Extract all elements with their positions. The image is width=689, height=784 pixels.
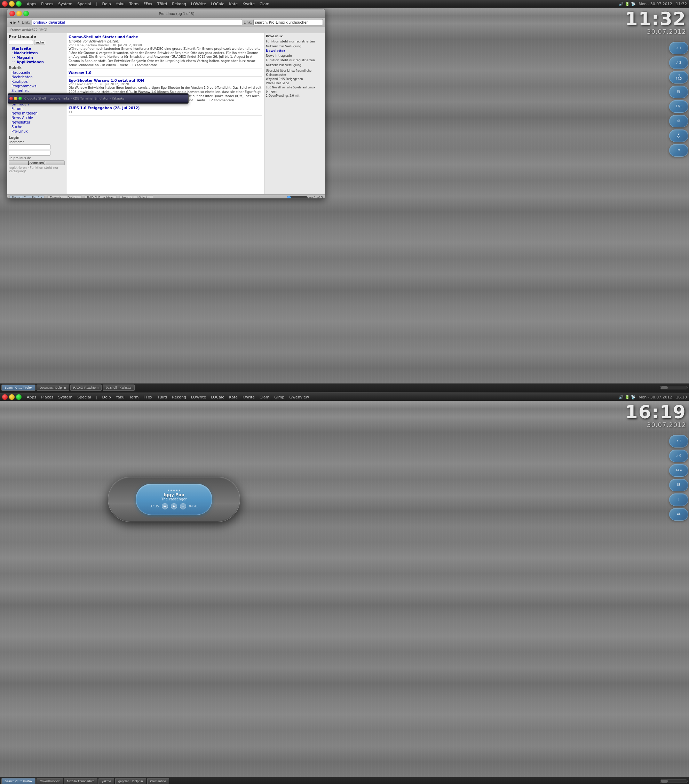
s2-menu-kwrite[interactable]: Kwrite [242, 395, 256, 400]
s2-menu-kate[interactable]: Kate [228, 395, 239, 400]
menu-special[interactable]: Special [76, 2, 92, 7]
login-button[interactable]: [ Anmelden ] [9, 160, 65, 165]
rubrik-forum[interactable]: Forum [9, 107, 65, 111]
tb-beshell[interactable]: be:shell - KWin:tar [103, 384, 135, 391]
nav-startseite[interactable]: Startseite [9, 46, 65, 51]
nav-applikationen[interactable]: · · Applikationen [9, 60, 65, 64]
username-input[interactable] [9, 145, 51, 149]
s2-side-btn-0[interactable]: ♪ 3 [669, 435, 688, 448]
s2-menu-dolp[interactable]: Dolp [101, 395, 112, 400]
menu-lowrite[interactable]: LOWrite [190, 2, 207, 7]
s2-menu-places[interactable]: Places [40, 395, 54, 400]
s2-side-btn-2[interactable]: 44.4 [669, 464, 688, 477]
menu-rekonq[interactable]: Rekonq [171, 2, 187, 7]
s2-tb-clementine[interactable]: Clementine [147, 778, 170, 784]
rubrik-sicherheit[interactable]: Sicherheit [9, 88, 65, 93]
s2-menu-apps[interactable]: Apps [26, 395, 37, 400]
menu-places[interactable]: Places [40, 2, 54, 7]
article-2-title[interactable]: Warsow 1.0 [69, 71, 262, 75]
side-btn-7[interactable]: ⊞ [669, 144, 688, 156]
side-btn-5[interactable]: 44 [669, 115, 688, 127]
status-tab-2[interactable]: RADIO-P::achtern [84, 195, 117, 199]
article-4-title[interactable]: CUPS 1.6 Freigegeben (28. Jul 2012) [69, 106, 262, 110]
s2-side-btn-5[interactable]: 44 [669, 508, 688, 520]
rubrik-suche[interactable]: Suche [9, 125, 65, 129]
menu-system[interactable]: System [57, 2, 73, 7]
close-btn-screen2[interactable] [2, 394, 8, 400]
nav-reload[interactable]: ↻ [17, 21, 20, 25]
menu-dolp[interactable]: Dolp [101, 2, 112, 7]
tb-radio[interactable]: RADIO-P::achtern [70, 384, 102, 391]
menu-apps[interactable]: Apps [26, 2, 37, 7]
browser-maximize[interactable] [23, 11, 29, 16]
search-bar[interactable]: search: Pro-Linux durchsuchen [253, 19, 323, 25]
nav-magazin[interactable]: · · Magazin [9, 55, 65, 60]
nav-back[interactable]: ◀ [9, 21, 12, 25]
s2-menu-yaku[interactable]: Yaku [115, 395, 125, 400]
side-btn-0[interactable]: ♪ 1 [669, 42, 688, 54]
rubrik-pro-linux[interactable]: Pro-Linux [9, 129, 65, 133]
site-search-input[interactable] [9, 40, 33, 45]
s2-tb-yakme[interactable]: yakme [99, 778, 114, 784]
player-next-btn[interactable]: ⏭ [180, 503, 186, 509]
url-bar[interactable]: prolinux.de/artikel [32, 19, 242, 25]
rubrik-news-archiv[interactable]: News-Archiv [9, 115, 65, 120]
side-btn-2[interactable]: ♫44.5 [669, 71, 688, 84]
s2-menu-system[interactable]: System [57, 395, 73, 400]
s2-tb-dolphin[interactable]: gepplar :: Dolphin [115, 778, 146, 784]
s2-menu-ffox[interactable]: FFox [142, 395, 153, 400]
side-btn-6[interactable]: ♪56 [669, 129, 688, 142]
s2-menu-localc[interactable]: LOCalc [210, 395, 225, 400]
s2-side-btn-3[interactable]: 88 [669, 479, 688, 491]
s2-side-btn-1[interactable]: ♪ 9 [669, 450, 688, 462]
menu-clam[interactable]: Clam [259, 2, 270, 7]
menu-kwrite[interactable]: Kwrite [242, 2, 256, 7]
rubrik-nachrichten[interactable]: Nachrichten [9, 75, 65, 79]
rubrik-newsletter[interactable]: Newsletter [9, 120, 65, 125]
browser-close[interactable] [9, 11, 15, 16]
s2-menu-special[interactable]: Special [76, 395, 92, 400]
minimize-btn-screen2[interactable] [9, 394, 15, 400]
tb-search-firefox[interactable]: Search C...:: Firefox [2, 384, 36, 391]
rubrik-programmews[interactable]: Programmews [9, 84, 65, 88]
status-tab-3[interactable]: be:shell - KWin:tar [119, 195, 153, 199]
nav-forward[interactable]: ▶ [13, 21, 16, 25]
article-3-title[interactable]: Ego-Shooter Warsow 1.0 setzt auf IQM [69, 79, 262, 82]
s2-menu-clam[interactable]: Clam [259, 395, 270, 400]
term-maximize[interactable] [18, 97, 22, 100]
menu-tbird[interactable]: TBird [156, 2, 168, 7]
status-tab-0[interactable]: Search C...:: Firefox [9, 195, 45, 199]
s2-menu-rekonq[interactable]: Rekonq [171, 395, 187, 400]
player-play-btn[interactable]: ▶ [171, 503, 177, 509]
minimize-btn-screen1[interactable] [9, 1, 15, 7]
rubrik-news-mitteilen[interactable]: News mitteilen [9, 111, 65, 115]
browser-minimize[interactable] [16, 11, 22, 16]
s2-tb-thunderbird[interactable]: Mozilla Thunderbird [64, 778, 98, 784]
menu-ffox[interactable]: FFox [142, 2, 153, 7]
s2-menu-gimp[interactable]: Gimp [273, 395, 285, 400]
tb-downbas-dolphin[interactable]: Downbas:: Dolphin [36, 384, 69, 391]
side-btn-3[interactable]: 88 [669, 86, 688, 98]
menu-yaku[interactable]: Yaku [115, 2, 125, 7]
taskbar-scrollbar-1[interactable] [660, 386, 687, 389]
rubrik-kurztipps[interactable]: Kurztipps [9, 79, 65, 84]
s2-menu-lowrite[interactable]: LOWrite [190, 395, 207, 400]
maximize-btn-screen1[interactable] [16, 1, 21, 7]
maximize-btn-screen2[interactable] [16, 394, 21, 400]
password-input[interactable] [9, 151, 51, 156]
s2-menu-gwenview[interactable]: Gwenview [288, 395, 310, 400]
menu-localc[interactable]: LOCalc [210, 2, 225, 7]
nav-nachrichten[interactable]: · Nachrichten [9, 51, 65, 55]
close-btn-screen1[interactable] [2, 1, 8, 7]
player-prev-btn[interactable]: ⏮ [162, 503, 168, 509]
s2-tb-covergloobox[interactable]: CoverGloobox [36, 778, 63, 784]
s2-side-btn-4[interactable]: ♪ [669, 493, 688, 506]
side-btn-4[interactable]: 17/1 [669, 100, 688, 113]
site-search-btn[interactable]: suche [34, 40, 45, 45]
term-close[interactable] [9, 97, 13, 100]
s2-tb-search-firefox[interactable]: Search C...:: Firefox [2, 778, 36, 784]
side-btn-1[interactable]: ♪ 2 [669, 56, 688, 69]
taskbar-scrollbar-2[interactable] [660, 779, 687, 783]
menu-term[interactable]: Term [129, 2, 140, 7]
rubrik-hauptseite[interactable]: Hauptseite [9, 70, 65, 75]
